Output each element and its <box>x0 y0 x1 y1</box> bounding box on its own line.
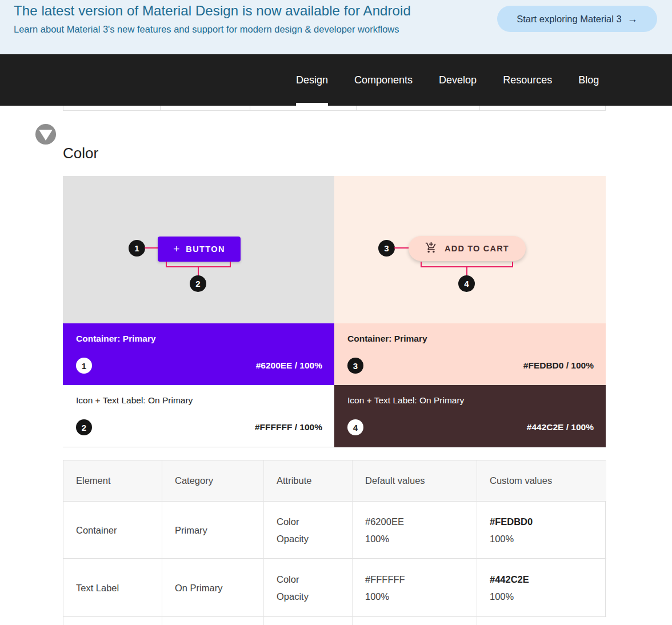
swatch-value: #6200EE / 100% <box>256 360 322 371</box>
previous-table-fragment <box>63 106 606 111</box>
material-design-logo[interactable] <box>35 123 57 145</box>
plus-icon: + <box>173 243 179 255</box>
arrow-right-icon: → <box>627 13 638 25</box>
swatch-label: Container: Primary <box>347 334 427 344</box>
nav-item-develop[interactable]: Develop <box>439 54 477 106</box>
swatch-label: Icon + Text Label: On Primary <box>347 395 464 406</box>
color-spec-table: Element Category Attribute Default value… <box>63 460 606 625</box>
table-cell-element: Container <box>63 502 162 559</box>
callout-marker-2: 2 <box>190 275 206 292</box>
nav-item-design[interactable]: Design <box>296 54 328 106</box>
demo-panel-default: 1 + BUTTON 2 <box>63 176 334 323</box>
swatch-label: Container: Primary <box>76 334 156 344</box>
hamburger-menu-icon[interactable] <box>3 128 18 139</box>
table-cell-attribute: Color Opacity <box>264 502 353 559</box>
add-to-cart-label: ADD TO CART <box>445 244 509 253</box>
swatch-custom-on-primary: Icon + Text Label: On Primary 4 #442C2E … <box>334 385 606 447</box>
annotation-line <box>394 247 409 249</box>
swatch-number: 1 <box>76 358 92 374</box>
start-exploring-label: Start exploring Material 3 <box>517 14 621 25</box>
column-header-custom-values: Custom values <box>477 460 606 502</box>
annotation-line <box>145 247 158 249</box>
top-navbar: Design Components Develop Resources Blog <box>0 54 672 106</box>
column-header-default-values: Default values <box>353 460 477 502</box>
table-cell-default-values: #6200EE 100% <box>353 502 477 559</box>
swatch-number: 2 <box>76 419 92 435</box>
swatch-primary: Container: Primary 1 #6200EE / 100% <box>63 323 334 385</box>
demo-button-primary[interactable]: + BUTTON <box>158 237 241 262</box>
column-header-attribute: Attribute <box>264 460 353 502</box>
swatch-custom-container: Container: Primary 3 #FEDBD0 / 100% <box>334 323 606 385</box>
swatch-on-primary: Icon + Text Label: On Primary 2 #FFFFFF … <box>63 385 334 447</box>
swatch-value: #FEDBD0 / 100% <box>523 360 594 371</box>
swatch-label: Icon + Text Label: On Primary <box>76 395 193 406</box>
nav-item-resources[interactable]: Resources <box>503 54 552 106</box>
annotation-line <box>198 266 199 276</box>
add-to-cart-button[interactable]: ADD TO CART <box>409 236 526 261</box>
nav-item-components[interactable]: Components <box>354 54 413 106</box>
column-header-category: Category <box>162 460 264 502</box>
table-cell-custom-values: #442C2E 100% <box>477 559 606 617</box>
swatch-number: 3 <box>347 358 363 374</box>
search-icon[interactable] <box>651 126 668 143</box>
annotation-line <box>466 266 467 276</box>
swatch-value: #FFFFFF / 100% <box>255 422 322 432</box>
swatch-grid: Container: Primary 1 #6200EE / 100% Cont… <box>63 323 606 447</box>
banner-title: The latest version of Material Design is… <box>14 3 411 19</box>
table-cell-custom-values: #FEDBD0 100% <box>477 502 606 559</box>
page-title: Color <box>63 145 98 162</box>
promo-banner: The latest version of Material Design is… <box>0 0 672 54</box>
nav-links: Design Components Develop Resources Blog <box>296 54 599 106</box>
callout-marker-3: 3 <box>378 240 395 257</box>
swatch-value: #442C2E / 100% <box>527 422 594 432</box>
add-shopping-cart-icon <box>425 242 437 255</box>
table-cell-category: On Primary <box>162 559 264 617</box>
banner-subtitle: Learn about Material 3's new features an… <box>14 24 399 35</box>
table-cell-partial <box>162 617 264 625</box>
material-design-page: The latest version of Material Design is… <box>0 0 672 625</box>
table-cell-partial <box>353 617 477 625</box>
callout-marker-1: 1 <box>129 240 145 257</box>
table-cell-partial <box>63 617 162 625</box>
swatch-number: 4 <box>347 419 363 435</box>
color-demo-figure: 1 + BUTTON 2 3 <box>63 176 606 447</box>
column-header-element: Element <box>63 460 162 502</box>
callout-marker-4: 4 <box>458 275 475 292</box>
table-cell-partial <box>477 617 606 625</box>
nav-item-blog[interactable]: Blog <box>578 54 599 106</box>
table-cell-category: Primary <box>162 502 264 559</box>
demo-button-label: BUTTON <box>186 245 225 254</box>
table-cell-default-values: #FFFFFF 100% <box>353 559 477 617</box>
table-cell-partial <box>264 617 353 625</box>
start-exploring-button[interactable]: Start exploring Material 3 → <box>497 6 657 32</box>
table-cell-element: Text Label <box>63 559 162 617</box>
table-cell-attribute: Color Opacity <box>264 559 353 617</box>
demo-panel-custom: 3 ADD TO CART 4 <box>334 176 606 323</box>
